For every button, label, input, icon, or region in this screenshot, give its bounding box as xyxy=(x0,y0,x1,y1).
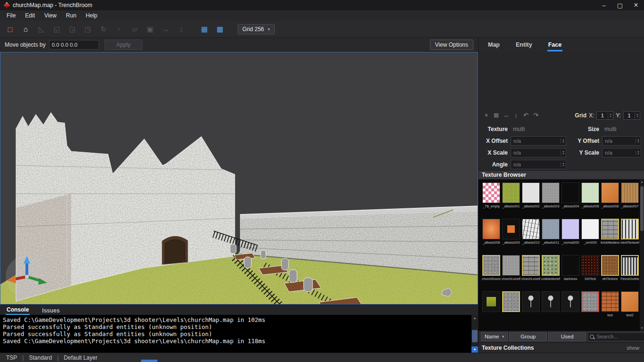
shear-tool-icon[interactable]: ▱ xyxy=(128,23,141,35)
rotate-texture-ccw-icon[interactable]: ↶ xyxy=(522,112,530,119)
texture-tile[interactable] xyxy=(581,291,600,328)
texture-tile[interactable]: DirtTest xyxy=(581,255,600,291)
sort-dropdown[interactable]: Name ▾ xyxy=(481,332,508,341)
uv-grid-y-input[interactable]: 1 ▲▼ xyxy=(623,111,640,120)
uv-lock-icon[interactable]: ▩ xyxy=(214,23,226,35)
texture-tile[interactable]: _TB_empty xyxy=(482,182,501,219)
selection-tool-icon[interactable]: ◻ xyxy=(4,23,17,35)
tab-console[interactable]: Console xyxy=(6,305,30,315)
x-scale-input[interactable]: n/a ▲▼ xyxy=(511,148,566,157)
texture-tile[interactable]: _albedo009 xyxy=(502,219,520,255)
reset-uv-world-icon[interactable]: ⊠ xyxy=(492,112,500,119)
texture-tile[interactable]: churchLevelRoof xyxy=(521,255,540,291)
csg-tool-icon[interactable]: ▣ xyxy=(144,23,157,35)
menu-run[interactable]: Run xyxy=(61,10,81,21)
flip-horizontal-icon[interactable]: ↔ xyxy=(159,23,172,35)
spinner-arrows[interactable]: ▲▼ xyxy=(561,150,566,155)
texture-tile[interactable] xyxy=(541,291,560,328)
spinner-arrows[interactable]: ▲▼ xyxy=(608,112,613,119)
brush-tool-icon[interactable]: ⌂ xyxy=(19,23,32,35)
scrollbar-thumb[interactable] xyxy=(640,186,644,231)
texture-tile[interactable]: dirtTexture xyxy=(601,255,619,291)
texture-tile[interactable]: _albedo005 xyxy=(581,182,600,219)
menu-file[interactable]: File xyxy=(2,10,20,21)
face-tool-icon[interactable]: ◳ xyxy=(82,23,94,35)
flip-texture-x-icon[interactable]: ↔ xyxy=(502,112,510,119)
texture-tile[interactable]: _albedo004 xyxy=(561,182,580,219)
clip-tool-icon[interactable]: ◺ xyxy=(35,23,48,35)
vertex-tool-icon[interactable]: ◱ xyxy=(50,23,63,35)
y-scale-input[interactable]: n/a ▲▼ xyxy=(602,148,641,157)
scale-tool-icon[interactable]: ▫ xyxy=(113,23,125,35)
texture-tile[interactable]: cobblestoneMossy xyxy=(541,255,560,291)
face-attribute-rows: Texture multi Size multi X Offset n/a ▲▼… xyxy=(479,121,644,170)
texture-browser-scrollbar[interactable]: ▲ ▼ xyxy=(640,180,644,331)
texture-tile[interactable]: _albedo002 xyxy=(521,182,540,219)
menu-edit[interactable]: Edit xyxy=(20,10,40,21)
y-offset-input[interactable]: n/a ▲▼ xyxy=(602,136,641,146)
scroll-down-icon[interactable]: ▼ xyxy=(640,326,644,331)
reset-uv-icon[interactable]: × xyxy=(482,112,490,119)
flip-vertical-icon[interactable]: ↕ xyxy=(175,23,188,35)
texture-tile[interactable]: test2 xyxy=(620,291,639,328)
texture-tile[interactable]: _albedo006 xyxy=(601,182,619,219)
maximize-button[interactable]: ▢ xyxy=(612,0,628,10)
view-options-button[interactable]: View Options xyxy=(430,40,473,50)
tab-map[interactable]: Map xyxy=(487,38,501,51)
texture-tile[interactable]: FenceGothic xyxy=(620,255,639,291)
uv-grid-x-input[interactable]: 1 ▲▼ xyxy=(596,111,613,120)
edge-tool-icon[interactable]: ◲ xyxy=(66,23,79,35)
rotate-tool-icon[interactable]: ↻ xyxy=(97,23,110,35)
group-toggle-button[interactable]: Group xyxy=(509,332,547,341)
flip-texture-y-icon[interactable]: ↕ xyxy=(512,112,520,119)
texture-tile[interactable] xyxy=(502,291,520,328)
menu-bar: FileEditViewRunHelp xyxy=(0,10,644,21)
rotate-texture-cw-icon[interactable]: ↷ xyxy=(532,112,540,119)
texture-tile[interactable]: churchDoors xyxy=(482,255,501,291)
close-button[interactable]: × xyxy=(628,0,644,10)
menu-help[interactable]: Help xyxy=(81,10,102,21)
texture-tile[interactable]: test xyxy=(601,291,619,328)
texture-tile[interactable] xyxy=(561,291,580,328)
search-input[interactable] xyxy=(596,334,644,339)
3d-viewport[interactable] xyxy=(0,52,478,304)
tab-entity[interactable]: Entity xyxy=(515,38,533,51)
texture-tile[interactable]: brickMedievalTest xyxy=(601,219,619,255)
texture-tile[interactable]: _albedo007 xyxy=(620,182,639,219)
scroll-down-icon[interactable]: ▼ xyxy=(471,346,478,353)
scroll-up-icon[interactable]: ▲ xyxy=(471,315,478,321)
angle-input[interactable]: n/a ▲▼ xyxy=(511,160,566,169)
texture-tile[interactable]: _albedo011 xyxy=(541,219,560,255)
search-box[interactable] xyxy=(587,332,644,341)
x-offset-input[interactable]: n/a ▲▼ xyxy=(511,136,566,146)
texture-tile[interactable]: _albedo001 xyxy=(502,182,520,219)
texture-tile[interactable]: _albedo003 xyxy=(541,182,560,219)
scrollbar-thumb[interactable] xyxy=(472,330,478,342)
grid-size-dropdown[interactable]: Grid 256 ▾ xyxy=(238,24,275,34)
minimize-button[interactable]: – xyxy=(596,0,612,10)
texture-tile[interactable]: mentTextureNor xyxy=(620,219,639,255)
texture-tile[interactable]: _albedo008 xyxy=(482,219,501,255)
texture-tile[interactable] xyxy=(482,291,501,328)
spinner-arrows[interactable]: ▲▼ xyxy=(636,150,641,155)
texture-tile[interactable]: churchLevelMAINWall xyxy=(502,255,520,291)
texture-lock-icon[interactable]: ▦ xyxy=(198,23,211,35)
spinner-arrows[interactable]: ▲▼ xyxy=(635,112,640,119)
tab-face[interactable]: Face xyxy=(547,38,563,51)
used-toggle-button[interactable]: Used xyxy=(548,332,586,341)
texture-tile[interactable] xyxy=(521,291,540,328)
texture-tile[interactable]: darkness xyxy=(561,255,580,291)
texture-tile[interactable]: _normal000 xyxy=(561,219,580,255)
texture-tile[interactable]: _orm000 xyxy=(581,219,600,255)
scroll-up-icon[interactable]: ▲ xyxy=(640,180,644,185)
apply-button[interactable]: Apply xyxy=(105,40,142,50)
texture-tile[interactable]: _albedo010 xyxy=(521,219,540,255)
tab-issues[interactable]: Issues xyxy=(41,306,60,315)
move-objects-input[interactable] xyxy=(49,40,99,49)
console-scrollbar[interactable]: ▲ ▼ xyxy=(471,315,478,353)
texture-collections-show-link[interactable]: show xyxy=(627,345,639,351)
spinner-arrows[interactable]: ▲▼ xyxy=(561,139,566,143)
spinner-arrows[interactable]: ▲▼ xyxy=(636,139,641,143)
menu-view[interactable]: View xyxy=(40,10,61,21)
spinner-arrows[interactable]: ▲▼ xyxy=(561,162,566,167)
